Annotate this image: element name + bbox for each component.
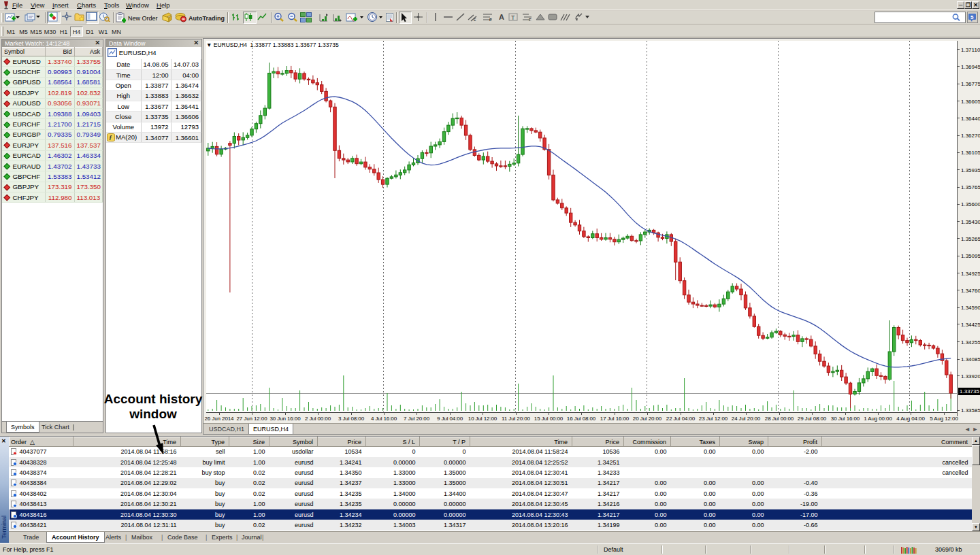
svg-text:A: A (499, 13, 504, 21)
svg-text:T: T (511, 14, 515, 21)
svg-text:E: E (474, 18, 476, 22)
svg-text:F: F (529, 18, 532, 22)
svg-text:F: F (489, 18, 492, 22)
svg-text:5: 5 (970, 14, 974, 20)
